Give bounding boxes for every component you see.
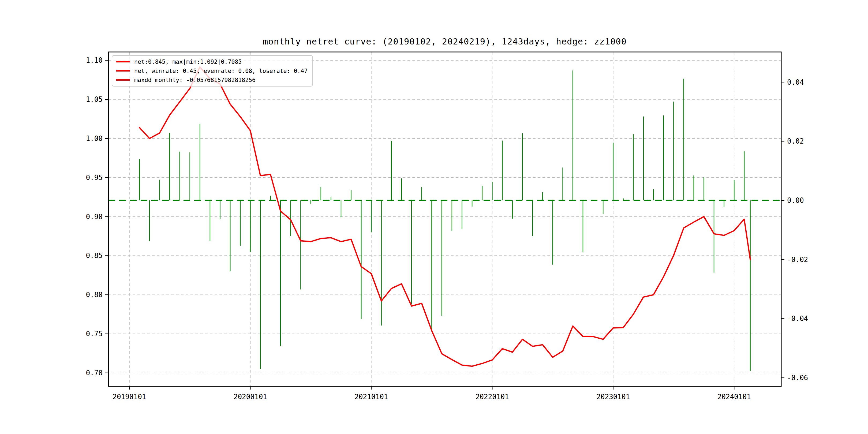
legend-item-winrate: net, winrate: 0.45, evenrate: 0.08, lose…: [116, 67, 308, 74]
legend-label: net:0.845, max|min:1.092|0.7085: [134, 58, 242, 65]
y-right-tick-label: 0.02: [787, 137, 804, 145]
legend-label: net, winrate: 0.45, evenrate: 0.08, lose…: [134, 67, 308, 74]
axis-ticks: [105, 60, 784, 390]
y-left-tick-label: 1.10: [86, 56, 103, 64]
y-right-tick-label: 0.00: [787, 196, 804, 205]
y-left-tick-label: 0.70: [86, 369, 103, 377]
y-right-tick-label: -0.04: [787, 314, 808, 322]
y-left-tick-label: 0.85: [86, 252, 103, 259]
x-tick-label: 20210101: [354, 393, 388, 401]
x-tick-label: 20200101: [234, 393, 267, 401]
return-bars: [140, 70, 750, 371]
figure: 1.101.051.000.950.900.850.800.750.700.04…: [0, 0, 868, 434]
axis-tick-labels: 1.101.051.000.950.900.850.800.750.700.04…: [86, 56, 808, 401]
chart-title: monthly netret curve: (20190102, 2024021…: [263, 36, 627, 46]
legend-item-maxdd: maxdd_monthly: -0.05768157982818256: [116, 76, 308, 83]
legend-item-net: net:0.845, max|min:1.092|0.7085: [116, 58, 308, 65]
y-left-tick-label: 0.95: [86, 174, 103, 182]
legend: net:0.845, max|min:1.092|0.7085 net, win…: [112, 55, 313, 87]
gridlines: [108, 52, 781, 386]
y-left-tick-label: 0.75: [86, 330, 103, 338]
y-right-tick-label: -0.02: [787, 255, 808, 264]
axes-spines: [108, 52, 781, 386]
y-left-tick-label: 0.80: [86, 291, 103, 299]
plot-border: [108, 52, 781, 386]
x-tick-label: 20240101: [717, 393, 751, 401]
y-right-tick-label: 0.04: [787, 78, 804, 86]
x-tick-label: 20230101: [596, 393, 630, 401]
red-line-swatch-icon: [116, 70, 130, 71]
y-right-tick-label: -0.06: [787, 374, 808, 382]
y-left-tick-label: 1.00: [86, 134, 103, 143]
y-left-tick-label: 0.90: [86, 213, 103, 221]
red-line-swatch-icon: [116, 61, 130, 62]
red-line-swatch-icon: [116, 79, 130, 81]
y-left-tick-label: 1.05: [86, 95, 103, 103]
x-tick-label: 20220101: [475, 393, 509, 401]
legend-label: maxdd_monthly: -0.05768157982818256: [134, 76, 255, 83]
x-tick-label: 20190101: [113, 393, 146, 401]
